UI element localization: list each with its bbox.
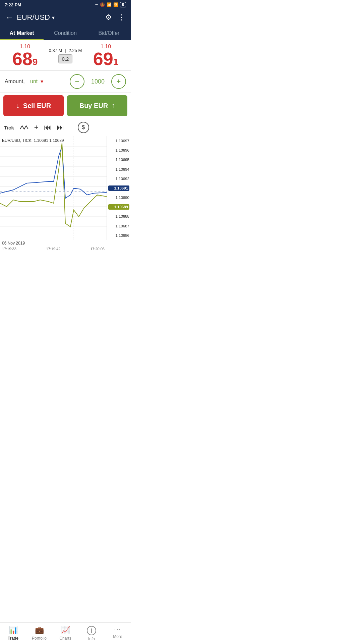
time-labels: 17:19:3317:19:4217:20:06 [0,246,107,252]
status-time: 7:22 PM [5,2,21,7]
dropdown-arrow-icon: ▾ [52,14,55,21]
sell-arrow-icon: ↓ [16,101,20,110]
price-tick: 1.10692 [108,176,129,181]
tab-condition[interactable]: Condition [44,25,87,40]
settings-icon[interactable]: ⚙ [105,13,112,22]
skip-back-tool[interactable]: ⏮ [44,123,51,132]
header-left: ← EUR/USD ▾ [5,13,55,22]
amount-row: Amount, unt ▼ − 1000 + [0,71,131,93]
dollar-icon[interactable]: $ [78,122,89,133]
minus-button[interactable]: − [70,74,84,89]
amount-value: 1000 [88,78,108,85]
buy-button[interactable]: Buy EUR ↑ [67,95,127,116]
price-tick: 1.10697 [108,138,129,144]
price-tick: 1.10694 [108,167,129,172]
price-tick: 1.10689 [108,204,129,210]
price-section: 1.10 68 9 0.37 M | 2.25 M 0.2 1.10 69 1 [0,40,131,71]
sell-price-suffix: 9 [33,57,38,67]
wave-tool[interactable] [19,124,29,130]
sell-label: Sell EUR [23,102,51,110]
pair-label: EUR/USD [17,13,50,22]
chart-info-label: EUR/USD, TICK: 1.10691 1.10689 [2,138,64,143]
sell-price-col: 1.10 68 9 [12,44,38,68]
chart-container: EUR/USD, TICK: 1.10691 1.10689 [0,136,131,252]
price-tick: 1.10691 [108,185,129,191]
buy-price-suffix: 1 [113,57,119,67]
pair-selector[interactable]: EUR/USD ▾ [17,13,55,22]
tabs: At Market Condition Bid/Offer [0,25,131,40]
more-icon[interactable]: ⋮ [118,13,125,22]
signal-icon: ··· [95,2,98,7]
wifi-icon: 🛜 [113,2,118,7]
time-label: 17:20:06 [90,247,105,251]
date-label: 06 Nov 2019 [0,240,131,246]
tick-tool[interactable]: Tick [4,125,14,130]
status-icons: ··· 🔕 📶 🛜 5 [95,2,126,7]
crosshair-tool[interactable]: + [34,123,39,132]
time-label: 17:19:33 [2,247,16,251]
price-tick: 1.10696 [108,148,129,153]
chart-svg-area [0,136,107,240]
back-button[interactable]: ← [5,13,13,22]
chart-toolbar: Tick + ⏮ ⏭ $ [0,119,131,136]
vol-left: 0.37 M [49,48,62,53]
amount-dropdown-icon[interactable]: ▼ [40,79,44,84]
plus-button[interactable]: + [111,74,126,89]
price-tick: 1.10690 [108,195,129,200]
chart-main: 1.106971.106961.106951.106941.106921.106… [0,136,131,240]
vol-sep: | [65,48,66,53]
price-tick: 1.10688 [108,214,129,219]
tab-at-market[interactable]: At Market [0,25,44,40]
price-tick: 1.10686 [108,233,129,238]
header: ← EUR/USD ▾ ⚙ ⋮ [0,9,131,25]
buy-price-big: 69 [93,50,113,68]
amount-label: Amount, unt ▼ [5,78,66,85]
spread-vols: 0.37 M | 2.25 M [49,48,82,53]
buy-price-col: 1.10 69 1 [93,44,119,68]
bell-icon: 🔕 [100,2,105,7]
status-bar: 7:22 PM ··· 🔕 📶 🛜 5 [0,0,131,9]
sell-button[interactable]: ↓ Sell EUR [3,95,64,116]
buy-label: Buy EUR [79,102,108,110]
tab-bid-offer[interactable]: Bid/Offer [87,25,131,40]
vol-right: 2.25 M [69,48,82,53]
price-tick: 1.10695 [108,157,129,162]
battery-icon: 5 [120,2,126,7]
price-tick: 1.10687 [108,223,129,229]
price-axis: 1.106971.106961.106951.106941.106921.106… [107,136,131,240]
skip-fwd-tool[interactable]: ⏭ [57,123,64,132]
sell-price-big: 68 [12,50,33,68]
time-label: 17:19:42 [46,247,61,251]
trade-buttons: ↓ Sell EUR Buy EUR ↑ [0,93,131,119]
header-right: ⚙ ⋮ [105,13,125,22]
buy-arrow-icon: ↑ [111,101,115,110]
network-icon: 📶 [107,2,112,7]
spread-col: 0.37 M | 2.25 M 0.2 [49,48,82,63]
spread-badge: 0.2 [58,54,73,63]
toolbar-sep [71,124,71,131]
